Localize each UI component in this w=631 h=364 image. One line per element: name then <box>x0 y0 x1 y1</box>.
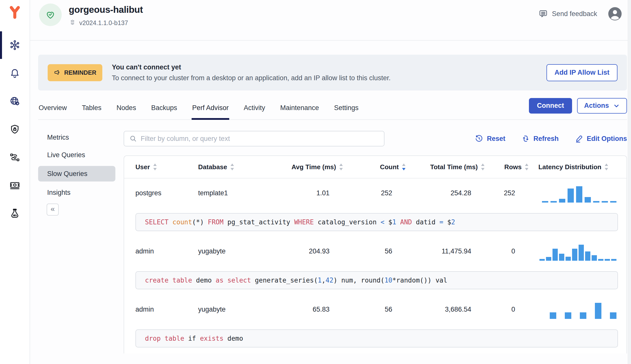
cell-database: template1 <box>198 189 281 197</box>
cluster-health-icon <box>39 4 62 26</box>
filter-input[interactable] <box>141 135 379 143</box>
integrations-icon <box>9 152 20 163</box>
sql-token-kw: drop <box>145 335 165 342</box>
sidebar-item-clusters[interactable] <box>0 40 30 51</box>
query-text[interactable]: drop table if exists demo <box>135 329 618 347</box>
histogram-bar <box>605 259 610 261</box>
sort-icon[interactable] <box>480 163 485 171</box>
sql-token-fn: count <box>173 218 192 226</box>
column-header-total-time-ms-[interactable]: Total Time (ms) <box>406 163 485 171</box>
tab-backups[interactable]: Backups <box>151 95 178 119</box>
user-avatar[interactable] <box>608 7 622 21</box>
tab-overview[interactable]: Overview <box>38 95 67 119</box>
sidebar-item-network[interactable] <box>0 96 30 107</box>
subnav-item-insights[interactable]: Insights <box>38 186 115 199</box>
histogram-bar <box>550 201 557 203</box>
cell-count: 56 <box>344 247 406 255</box>
sql-token-kw: FROM <box>208 218 227 226</box>
cell-avg-time: 204.93 <box>281 247 344 255</box>
column-header-user[interactable]: User <box>124 163 198 171</box>
edit-options-button[interactable]: Edit Options <box>575 134 627 143</box>
sidebar-item-labs[interactable] <box>0 208 30 219</box>
column-header-database[interactable]: Database <box>198 163 281 171</box>
query-text[interactable]: create table demo as select generate_ser… <box>135 271 618 289</box>
column-header-rows[interactable]: Rows <box>485 163 529 171</box>
actions-button[interactable]: Actions <box>577 98 627 114</box>
cell-database: yugabyte <box>198 306 281 313</box>
histogram-bar <box>611 259 616 261</box>
sql-token-num: 10 <box>384 277 392 284</box>
cluster-name: gorgeous-halibut <box>69 5 143 15</box>
subnav-item-live-queries[interactable]: Live Queries <box>38 148 115 161</box>
filter-field[interactable] <box>124 131 384 146</box>
megaphone-icon <box>54 69 61 76</box>
sort-icon[interactable] <box>604 163 609 171</box>
cell-total-time: 11,475.94 <box>406 247 485 255</box>
sort-icon[interactable] <box>524 163 529 171</box>
histogram-bar <box>593 201 599 203</box>
column-label: Rows <box>504 163 522 171</box>
tab-settings[interactable]: Settings <box>334 95 359 119</box>
sql-token-op: < <box>380 218 388 226</box>
table-row[interactable]: adminyugabyte204.935611,475.940 <box>124 237 626 266</box>
chevron-down-icon <box>613 102 620 109</box>
sql-token-pl: demo <box>196 277 216 284</box>
histogram-bar <box>585 197 591 203</box>
histogram-bar <box>542 201 548 203</box>
query-text[interactable]: SELECT count(*) FROM pg_stat_activity WH… <box>135 213 618 231</box>
tab-perf-advisor[interactable]: Perf Advisor <box>192 95 229 119</box>
histogram-bar <box>610 201 616 203</box>
sql-token-kw: table <box>173 277 196 284</box>
sidebar-item-billing[interactable] <box>0 180 30 191</box>
sort-icon[interactable] <box>152 163 157 171</box>
yugabyte-logo[interactable] <box>0 0 30 24</box>
tab-maintenance[interactable]: Maintenance <box>280 95 320 119</box>
cell-rows: 252 <box>485 189 529 197</box>
cell-count: 56 <box>344 306 406 313</box>
feedback-bubble-icon <box>538 9 548 19</box>
reminder-badge: REMINDER <box>48 64 102 81</box>
reset-label: Reset <box>487 135 505 143</box>
subnav-item-slow-queries[interactable]: Slow Queries <box>38 166 115 181</box>
sidebar-item-security[interactable] <box>0 124 30 135</box>
sort-icon[interactable] <box>401 163 406 171</box>
bell-icon <box>9 68 20 79</box>
histogram-bar <box>602 201 608 203</box>
billing-icon <box>9 180 20 191</box>
banner-message: To connect to your cluster from a deskto… <box>112 74 391 82</box>
tab-activity[interactable]: Activity <box>243 95 266 119</box>
sort-icon[interactable] <box>339 163 344 171</box>
reminder-badge-label: REMINDER <box>64 69 96 76</box>
subnav-item-metrics[interactable]: Metrics <box>38 131 115 144</box>
sidebar-item-integrations[interactable] <box>0 152 30 163</box>
tab-tables[interactable]: Tables <box>82 95 102 119</box>
column-label: Total Time (ms) <box>430 163 478 171</box>
reset-button[interactable]: Reset <box>475 134 505 143</box>
column-header-latency-distribution[interactable]: Latency Distribution <box>529 163 626 171</box>
globe-gear-icon <box>9 96 20 107</box>
sql-token-op: = <box>439 218 447 226</box>
add-ip-allow-list-button[interactable]: Add IP Allow List <box>546 64 617 81</box>
column-label: User <box>135 163 150 171</box>
column-header-count[interactable]: Count <box>344 163 406 171</box>
tab-nodes[interactable]: Nodes <box>116 95 137 119</box>
collapse-sidebar-button[interactable]: « <box>47 204 59 216</box>
sql-token-kw: SELECT <box>145 218 173 226</box>
send-feedback-button[interactable]: Send feedback <box>538 9 597 19</box>
connect-button[interactable]: Connect <box>529 98 572 114</box>
column-label: Count <box>380 163 399 171</box>
cell-avg-time: 65.83 <box>281 306 344 313</box>
scrollbar-track[interactable] <box>628 0 631 364</box>
shield-lock-icon <box>9 124 20 135</box>
histogram-bar <box>585 251 590 261</box>
table-row[interactable]: postgrestemplate11.01252254.28252 <box>124 178 626 208</box>
sidebar-item-alerts[interactable] <box>0 68 30 79</box>
slow-queries-toolbar: Reset Refresh Edit O <box>124 131 627 146</box>
table-row[interactable]: adminyugabyte65.83563,686.540 <box>124 295 626 324</box>
column-header-avg-time-ms-[interactable]: Avg Time (ms) <box>281 163 344 171</box>
sort-icon[interactable] <box>230 163 235 171</box>
histogram-bar <box>610 312 616 319</box>
histogram-bar <box>546 257 551 261</box>
refresh-button[interactable]: Refresh <box>521 134 559 143</box>
cell-count: 252 <box>344 189 406 197</box>
